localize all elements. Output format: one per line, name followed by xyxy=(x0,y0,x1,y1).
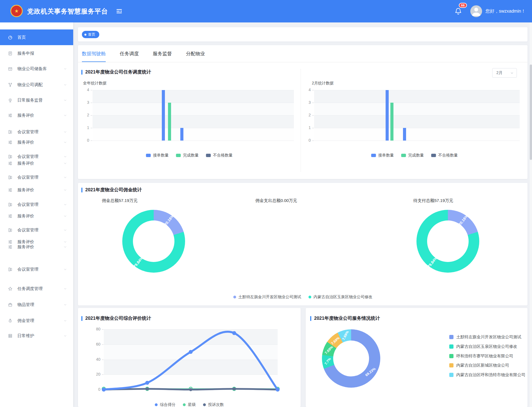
sidebar-item-meeting-room[interactable]: 会议室管理 xyxy=(0,172,73,183)
legend-item[interactable]: 完成数量 xyxy=(176,153,199,158)
data-point-综合得分 xyxy=(145,381,149,385)
sidebar-item-label: 服务评价 xyxy=(17,161,34,166)
legend-item[interactable]: 呼和浩特市赛罕区物业有限公司 xyxy=(449,353,513,359)
legend-marker xyxy=(371,154,376,157)
chevron-down-icon xyxy=(63,176,67,179)
chevron-down-icon xyxy=(63,245,67,249)
breadcrumb[interactable]: 首页 xyxy=(82,31,99,38)
legend-item[interactable]: 综合得分 xyxy=(155,402,176,407)
tab-task-schedule[interactable]: 任务调度 xyxy=(120,45,139,62)
sidebar-item-service-evaluation[interactable]: 服务评价 xyxy=(0,184,73,196)
title-accent-bar xyxy=(81,188,82,192)
month-select[interactable]: 2月 xyxy=(492,68,517,78)
legend-item[interactable]: 投诉次数 xyxy=(203,402,224,407)
legend-item[interactable]: 内蒙古自治区玉泉区物业公司修改 xyxy=(449,344,517,349)
y-axis-tick-label: 2 xyxy=(302,113,311,117)
scrollbar-thumb[interactable] xyxy=(530,65,532,160)
sidebar-item-goods-mgmt[interactable]: 物品管理 xyxy=(0,299,73,310)
chevron-down-icon xyxy=(63,141,67,144)
sidebar-item-meeting-room[interactable]: 会议室管理 xyxy=(0,199,73,210)
sidebar-item-meeting-room[interactable]: 会议室管理 xyxy=(0,224,73,236)
legend-label: 完成数量 xyxy=(183,153,199,158)
sidebar-item-label: 服务评价 xyxy=(17,244,34,250)
sidebar-item-label: 任务调度管理 xyxy=(17,286,43,291)
commission-pending-donut-hole xyxy=(427,220,469,262)
plot-band xyxy=(314,90,520,103)
data-point-综合得分 xyxy=(232,331,236,335)
sidebar-item-task-schedule-mgmt[interactable]: 任务调度管理 xyxy=(0,283,73,294)
tab-data-cockpit[interactable]: 数据驾驶舱 xyxy=(82,45,106,62)
axis-tick xyxy=(312,103,314,103)
star-icon xyxy=(8,286,13,291)
chevron-down-icon xyxy=(63,303,67,307)
chevron-down-icon xyxy=(63,188,67,192)
breadcrumb-label: 首页 xyxy=(88,32,95,37)
sidebar-item-service-evaluation[interactable]: 服务评价 xyxy=(0,110,73,121)
sidebar-item-company-reserve[interactable]: 物业公司储备库 xyxy=(0,63,73,74)
legend-item[interactable]: 不合格数量 xyxy=(431,153,458,158)
notification-bell-icon[interactable] xyxy=(454,7,462,15)
legend-label: 土默特左旗金川开发区物业公司测试 xyxy=(456,334,521,340)
legend-item[interactable]: 接单数量 xyxy=(371,153,394,158)
gridline xyxy=(93,90,294,90)
commission-paid-label: 佣金支出总额0.00万元 xyxy=(255,198,297,203)
chevron-down-icon xyxy=(63,130,67,134)
chevron-down-icon xyxy=(63,214,67,218)
avatar[interactable] xyxy=(470,5,482,17)
legend-item[interactable]: 内蒙古自治区玉泉区物业公司修改 xyxy=(308,295,372,300)
legend-item[interactable]: 完成数量 xyxy=(401,153,424,158)
notification-badge: 66 xyxy=(459,3,467,8)
sidebar-item-label: 服务申报 xyxy=(17,51,34,56)
sidebar-item-home[interactable]: 首页 xyxy=(0,29,73,45)
legend-item[interactable]: 不合格数量 xyxy=(206,153,233,158)
legend-marker xyxy=(183,403,186,406)
chevron-down-icon xyxy=(63,228,67,232)
y-axis-tick-label: 1 xyxy=(81,125,89,130)
y-axis-tick-label: 1 xyxy=(302,125,311,130)
axis-tick xyxy=(91,103,92,103)
tab-service-supervision[interactable]: 服务监督 xyxy=(153,45,172,62)
legend-item[interactable]: 内蒙古自治区呼和浩特市物业有限公司 xyxy=(449,372,526,378)
sidebar-item-label: 会议室管理 xyxy=(17,175,38,180)
legend-item[interactable]: 土默特左旗金川开发区物业公司测试 xyxy=(449,334,521,340)
sidebar-item-service-evaluation[interactable]: 服务评价 xyxy=(0,137,73,148)
legend-item[interactable]: 土默特左旗金川开发区物业公司测试 xyxy=(233,295,301,300)
commission-total-donut-hole xyxy=(133,220,174,262)
service-section-title: 2021年度物业公司服务情况统计 xyxy=(310,315,380,321)
sidebar-item-daily-supervision[interactable]: 日常服务监督 xyxy=(0,95,73,106)
sidebar-item-label: 会议室管理 xyxy=(17,227,38,233)
sliders-icon xyxy=(8,245,13,249)
menu-collapse-icon[interactable] xyxy=(116,8,123,15)
legend-item[interactable]: 星级 xyxy=(183,402,196,407)
sidebar-item-label: 会议室管理 xyxy=(17,129,38,135)
data-point-投诉次数 xyxy=(146,387,149,390)
chevron-down-icon xyxy=(63,287,67,291)
archive-icon xyxy=(8,66,13,71)
sidebar-item-service-declare[interactable]: 服务申报 xyxy=(0,48,73,59)
y-axis-tick-label: 0 xyxy=(81,138,89,142)
app-title: 党政机关事务智慧服务平台 xyxy=(27,0,108,22)
gridline xyxy=(93,103,294,103)
legend-item[interactable]: 内蒙古自治区新城区物业公司 xyxy=(449,363,509,368)
legend-marker xyxy=(449,363,453,367)
sidebar-item-service-evaluation[interactable]: 服务评价 xyxy=(0,158,73,169)
sidebar-item-daily-maintenance[interactable]: 日常维护 xyxy=(0,330,73,341)
sliders-icon xyxy=(8,140,13,145)
chevron-down-icon xyxy=(63,268,67,271)
legend-marker xyxy=(449,354,453,358)
box-icon xyxy=(8,302,13,307)
sidebar-item-commission-mgmt[interactable]: 佣金管理 xyxy=(0,315,73,326)
legend-marker xyxy=(449,335,453,339)
sidebar-item-service-evaluation[interactable]: 服务评价 xyxy=(0,210,73,222)
gridline xyxy=(314,103,520,103)
legend-item[interactable]: 接单数量 xyxy=(146,153,169,158)
sidebar-item-meeting-room[interactable]: 会议室管理 xyxy=(0,264,73,275)
sidebar-item-meeting-room[interactable]: 会议室管理 xyxy=(0,126,73,137)
sidebar-item-company-dispatch[interactable]: 物业公司调配 xyxy=(0,79,73,90)
breadcrumb-bar xyxy=(78,27,528,42)
sidebar-item-service-evaluation[interactable]: 服务评价 xyxy=(0,241,73,252)
plot-band xyxy=(314,103,520,115)
tab-assign-property[interactable]: 分配物业 xyxy=(186,45,205,62)
sidebar-item-label: 佣金管理 xyxy=(17,318,34,323)
annual-task-bar-legend: 接单数量完成数量不合格数量 xyxy=(146,153,233,158)
